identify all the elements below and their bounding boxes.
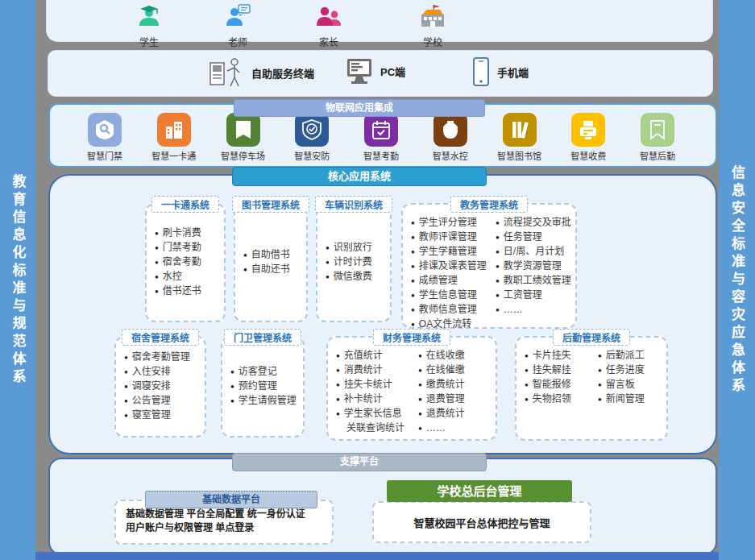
list-item: 预约管理 [230, 380, 298, 394]
phone-icon [471, 56, 491, 87]
smart-campus-architecture-diagram: 教育信息化标准与规范体系 信息安全标准与容灾应急体系 学生 老师 [0, 0, 755, 560]
list-item: 日/周、月计划 [496, 245, 572, 259]
card-vehicle-system-items: 识别放行计时计费微信缴费 [317, 238, 390, 288]
figure-parents-label: 家长 [301, 35, 357, 48]
admin-backend-body: 智慧校园平台总体把控与管理 [374, 503, 590, 541]
card-academic-system-columns: 学生评分管理教师评课管理学生学籍管理排课及课表管理成绩管理学生信息管理教师信息管… [403, 205, 575, 335]
list-item: …… [418, 421, 492, 436]
one-card-icon [157, 113, 191, 147]
figure-parents: 家长 [301, 3, 357, 48]
list-item: 识别放行 [326, 241, 385, 255]
card-gate-system-items: 访客登记预约管理学生请假管理 [222, 362, 303, 412]
list-item: 消费统计 [336, 363, 410, 378]
iot-item-logistics: 智慧后勤 [628, 113, 687, 162]
list-item: 计时计费 [326, 255, 385, 270]
card-dorm-system-items: 宿舍考勤管理入住安排调寝安排公告管理寝室管理 [116, 347, 205, 426]
pc-icon [345, 56, 374, 85]
base-data-line1: 基础数据管理 平台全局配置 统一身份认证 [126, 508, 324, 521]
iot-item-water: 智慧水控 [421, 113, 479, 162]
figure-teacher: 老师 [209, 3, 266, 48]
parents-icon [315, 3, 342, 31]
figure-student: 学生 [121, 3, 177, 48]
list-item: 水控 [155, 270, 219, 284]
list-item: 学生家长信息关联查询统计 [336, 407, 410, 435]
security-shield-icon [295, 113, 329, 147]
iot-row: 智慧门禁 智慧一卡通 智慧停车场 [48, 113, 714, 162]
admin-backend-card: 智慧校园平台总体把控与管理 [372, 501, 591, 543]
card-finance-system-columns: 充值统计消费统计挂失卡统计补卡统计学生家长信息关联查询统计 在线收缴在线催缴缴费… [328, 338, 496, 439]
left-pillar: 教育信息化标准与规范体系 [0, 0, 35, 560]
list-item: 学生信息管理 [411, 288, 487, 303]
school-icon [417, 3, 448, 31]
base-data-platform-header: 基础数据平台 [145, 491, 317, 508]
kiosk-icon [208, 56, 245, 89]
iot-banner: 物联网应用集成 [234, 99, 485, 117]
list-item: 教职工绩效管理 [496, 274, 572, 288]
card-finance-system-title: 财务管理系统 [373, 329, 450, 346]
list-item: 入住安排 [124, 365, 200, 380]
list-item: 挂失卡统计 [336, 378, 410, 392]
list-item: 寝室管理 [124, 409, 200, 423]
figure-student-label: 学生 [121, 35, 177, 48]
figure-school-label: 学校 [404, 35, 461, 48]
card-vehicle-system: 车辆识别系统 识别放行计时计费微信缴费 [316, 203, 392, 322]
right-pillar: 信息安全标准与容灾应急体系 [719, 0, 755, 560]
iot-item-water-label: 智慧水控 [433, 149, 468, 162]
list-item: 访客登记 [230, 365, 298, 380]
list-item: 失物招领 [525, 392, 590, 407]
card-library-system-items: 自助借书自助还书 [235, 245, 306, 280]
terminal-mobile: 手机端 [471, 56, 529, 87]
list-item: 新闻管理 [598, 392, 663, 407]
logistics-bookmark-icon [641, 113, 674, 147]
card-academic-system-title: 教务管理系统 [450, 196, 528, 213]
card-one-card-system-items: 刷卡消费门禁考勤宿舍考勤水控借书还书 [147, 223, 224, 302]
base-data-line2: 用户账户与权限管理 单点登录 [126, 521, 324, 535]
bottom-bar [35, 552, 719, 560]
iot-item-attendance-label: 智慧考勤 [363, 149, 399, 162]
list-item: 工资管理 [496, 288, 572, 303]
iot-item-parking-label: 智慧停车场 [221, 149, 265, 162]
iot-item-library-label: 智慧图书馆 [497, 149, 541, 162]
iot-item-fees: 智慧收费 [559, 113, 617, 162]
list-item: 任务管理 [496, 230, 572, 245]
list-item: 教师信息管理 [411, 303, 487, 317]
card-one-card-system: 一卡通系统 刷卡消费门禁考勤宿舍考勤水控借书还书 [145, 203, 226, 322]
list-item: 借书还书 [155, 284, 219, 299]
iot-item-onecard-label: 智慧一卡通 [151, 149, 196, 162]
list-item: 自助借书 [243, 248, 301, 263]
iot-item-onecard: 智慧一卡通 [145, 113, 203, 162]
iot-item-security-label: 智慧安防 [294, 149, 330, 162]
card-logistics-system-title: 后勤管理系统 [553, 329, 630, 346]
card-logistics-system-col1: 卡片挂失挂失解挂智能报修失物招领 [518, 349, 591, 436]
card-dorm-system: 宿舍管理系统 宿舍考勤管理入住安排调寝安排公告管理寝室管理 [114, 336, 206, 438]
list-item: …… [496, 303, 572, 317]
card-academic-system-col2: 流程提交及审批任务管理日/周、月计划教学资源管理教职工绩效管理工资管理…… [489, 216, 574, 332]
parking-icon [226, 113, 260, 147]
card-finance-system-col1: 充值统计消费统计挂失卡统计补卡统计学生家长信息关联查询统计 [330, 349, 412, 436]
library-books-icon [503, 113, 537, 147]
list-item: 退费管理 [418, 392, 492, 407]
attendance-calendar-icon [364, 113, 398, 147]
card-gate-system-title: 门卫管理系统 [224, 329, 301, 346]
list-item: 宿舍考勤 [155, 255, 219, 270]
list-item: 门禁考勤 [155, 241, 219, 255]
list-item: 微信缴费 [326, 270, 385, 284]
list-item: 缴费统计 [418, 378, 492, 392]
admin-backend-header: 学校总后台管理 [387, 480, 572, 502]
support-panel: 基础数据平台 基础数据管理 平台全局配置 统一身份认证 用户账户与权限管理 单点… [48, 458, 717, 555]
list-item: 学生学籍管理 [411, 245, 487, 259]
list-item: 公告管理 [124, 394, 200, 409]
card-logistics-system-columns: 卡片挂失挂失解挂智能报修失物招领 后勤派工任务进度留言板新闻管理 [516, 338, 666, 439]
iot-item-access: 智慧门禁 [76, 113, 134, 162]
figure-school: 学校 [404, 3, 461, 48]
core-panel: 一卡通系统 刷卡消费门禁考勤宿舍考勤水控借书还书 图书管理系统 自助借书自助还书… [48, 174, 717, 454]
iot-item-logistics-label: 智慧后勤 [640, 149, 675, 162]
list-item: 排课及课表管理 [411, 259, 487, 274]
list-item: 充值统计 [336, 349, 410, 363]
list-item: 自助还书 [243, 263, 301, 277]
card-library-system: 图书管理系统 自助借书自助还书 [234, 203, 308, 322]
teacher-icon [224, 3, 251, 31]
iot-item-attendance: 智慧考勤 [352, 113, 410, 162]
right-pillar-label: 信息安全标准与容灾应急体系 [727, 165, 747, 396]
list-item: 后勤派工 [598, 349, 663, 363]
